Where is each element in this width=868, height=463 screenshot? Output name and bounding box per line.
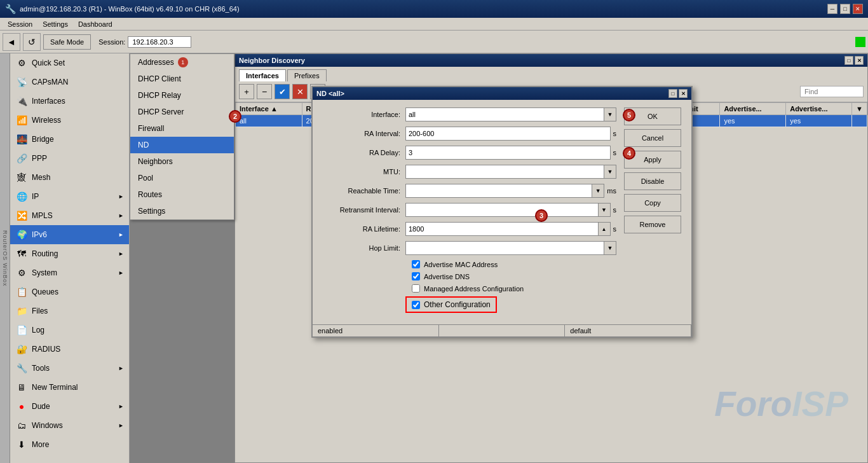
field-row-ra-interval: RA Interval: s [323,127,616,141]
other-config-label: Other Configuration [424,300,491,309]
nd-dialog-close[interactable]: ✕ [679,89,688,98]
back-button[interactable]: ◄ [3,33,20,51]
remove-button[interactable]: − [257,84,272,99]
cancel-button[interactable]: Cancel [624,129,681,147]
other-config-checkbox[interactable] [412,301,420,309]
sidebar-item-radius[interactable]: 🔐 RADIUS [10,340,129,359]
enable-button[interactable]: ✔ [275,84,290,99]
sidebar-label-radius: RADIUS [32,345,60,354]
forward-button[interactable]: ↺ [23,33,41,51]
sidebar-item-tools[interactable]: 🔧 Tools ► [10,359,129,378]
submenu-dhcp-client[interactable]: DHCP Client [130,71,234,87]
minimize-button[interactable]: ─ [827,4,837,14]
add-button[interactable]: + [239,84,254,99]
hop-limit-input[interactable] [405,241,604,255]
submenu-firewall[interactable]: Firewall [130,120,234,137]
ra-delay-unit: s [613,149,617,156]
sidebar-item-routing[interactable]: 🗺 Routing ► [10,244,129,263]
sidebar-item-windows[interactable]: 🗂 Windows ► [10,416,129,435]
sidebar-item-ppp[interactable]: 🔗 PPP [10,149,129,168]
ra-delay-input[interactable] [405,146,611,160]
interface-input[interactable] [405,107,604,121]
status-enabled: enabled [313,325,439,336]
sidebar-label-system: System [32,268,57,277]
retransmit-input[interactable] [405,203,598,217]
adv-mac-checkbox[interactable] [412,260,420,268]
nd-maximize-button[interactable]: □ [844,56,853,65]
tab-prefixes[interactable]: Prefixes [287,69,327,81]
sidebar-item-files[interactable]: 📁 Files [10,301,129,321]
sidebar-label-more: More [32,440,49,449]
remove-button-dialog[interactable]: Remove [624,216,681,233]
addresses-badge: 1 [178,57,188,67]
submenu-dhcp-relay[interactable]: DHCP Relay [130,87,234,104]
managed-addr-checkbox[interactable] [412,284,420,293]
sidebar-item-system[interactable]: ⚙ System ► [10,263,129,282]
reachable-dropdown-button[interactable]: ▼ [592,184,604,198]
submenu-routes[interactable]: Routes [130,186,234,203]
hop-limit-dropdown-button[interactable]: ▼ [604,241,616,255]
disable-button[interactable]: ✕ [292,84,308,99]
sidebar-label-dude: Dude [32,402,50,411]
retransmit-dropdown-button[interactable]: ▼ [598,203,611,217]
sidebar-item-interfaces[interactable]: 🔌 Interfaces [10,92,129,111]
disable-button-dialog[interactable]: Disable [624,172,681,190]
sidebar-label-mpls: MPLS [32,211,53,220]
nd-window: 2 Neighbor Discovery □ ✕ Interfaces Pref… [234,53,868,463]
menu-dashboard[interactable]: Dashboard [73,19,118,29]
submenu-neighbors[interactable]: Neighbors [130,153,234,170]
interface-dropdown-button[interactable]: ▼ [604,107,616,121]
reachable-input-group: ▼ [405,184,604,198]
status-empty [439,325,566,336]
ra-lifetime-input[interactable] [405,222,598,236]
menu-settings[interactable]: Settings [37,19,73,29]
interface-input-group: ▼ [405,107,616,121]
sidebar-label-tools: Tools [32,364,50,373]
submenu-dhcp-relay-label: DHCP Relay [138,91,181,100]
circle-4: 4 [623,147,635,160]
ra-interval-input[interactable] [405,127,611,141]
submenu-nd[interactable]: ND [130,137,234,153]
sidebar-item-quick-set[interactable]: ⚙ Quick Set [10,53,129,73]
mtu-dropdown-button[interactable]: ▼ [604,165,616,179]
col-interface: Interface ▲ [236,103,302,115]
close-button[interactable]: ✕ [853,4,863,14]
sidebar-label-interfaces: Interfaces [32,97,65,106]
sidebar-item-queues[interactable]: 📋 Queues [10,282,129,301]
safe-mode-button[interactable]: Safe Mode [43,34,91,50]
sidebar-item-bridge[interactable]: 🌉 Bridge [10,130,129,149]
nd-close-button[interactable]: ✕ [855,56,864,65]
sidebar-item-mpls[interactable]: 🔀 MPLS ► [10,206,129,225]
sidebar-item-ip[interactable]: 🌐 IP ► [10,187,129,206]
sidebar-item-capsman[interactable]: 📡 CAPsMAN [10,73,129,92]
mtu-input[interactable] [405,165,604,179]
tab-interfaces[interactable]: Interfaces [239,69,286,81]
col-adv1: Advertise... [720,103,786,115]
menu-session[interactable]: Session [3,19,37,29]
files-icon: 📁 [15,305,28,317]
sidebar-item-wireless[interactable]: 📶 Wireless [10,111,129,130]
sidebar-item-more[interactable]: ⬇ More [10,435,129,454]
submenu-dhcp-server[interactable]: DHCP Server [130,104,234,120]
sidebar-item-new-terminal[interactable]: 🖥 New Terminal [10,378,129,397]
submenu-settings[interactable]: Settings [130,203,234,219]
copy-button[interactable]: Copy [624,194,681,212]
ra-lifetime-up-button[interactable]: ▲ [598,222,611,236]
sidebar-label-ppp: PPP [32,154,47,163]
sidebar-item-ipv6[interactable]: 🌍 IPv6 ► [10,225,129,244]
submenu-settings-label: Settings [138,207,165,216]
nd-dialog-maximize[interactable]: □ [668,89,677,98]
sidebar-item-mesh[interactable]: 🕸 Mesh [10,168,129,187]
col-scroll: ▼ [852,103,867,115]
sidebar-item-dude[interactable]: ● Dude ► [10,397,129,416]
adv-mac-label: Advertise MAC Address [424,261,498,268]
sidebar-label-quick-set: Quick Set [32,59,65,67]
submenu-addresses[interactable]: Addresses 1 [130,54,234,71]
submenu-pool[interactable]: Pool [130,170,234,186]
adv-dns-checkbox[interactable] [412,272,420,280]
reachable-input[interactable] [405,184,592,198]
find-input[interactable] [800,86,864,97]
checkbox-row-adv-mac: Advertise MAC Address [323,260,616,268]
maximize-button[interactable]: □ [840,4,850,14]
sidebar-item-log[interactable]: 📄 Log [10,321,129,340]
